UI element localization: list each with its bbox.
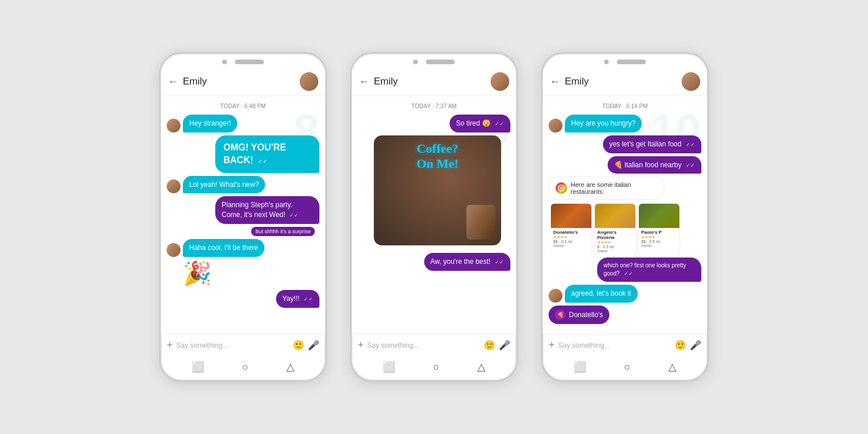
phone-1-top-bar [161, 54, 325, 68]
input-bar-3: + Say something... 🙂 🎤 [543, 334, 707, 356]
msg-row: which one? first one looks pretty good? … [549, 258, 701, 282]
rest-stars-3: ★★★★ [641, 235, 677, 240]
restaurant-card-2[interactable]: Angelo's Pizzeria ★★★★ $ · 0.3 mi Italia… [595, 204, 635, 255]
chat-area-3: 10 TODAY · 6:14 PM Hey are you hungry? y… [543, 96, 707, 334]
nav-triangle-3[interactable]: △ [668, 361, 676, 373]
msg-avatar [167, 243, 181, 257]
assistant-bubble: Here are some italian restaurants: [549, 176, 664, 200]
bubble-sent: So tired 😴 ✓✓ [450, 115, 510, 133]
msg-avatar [167, 179, 181, 193]
note-bubble: But shhhh it's a surprise [251, 227, 315, 236]
contact-name-3: Emily [565, 76, 682, 87]
rest-name-1: Donatello's [553, 230, 589, 235]
app-header-3: ← Emily [543, 68, 707, 96]
mic-button-3[interactable]: 🎤 [690, 340, 701, 351]
say-something-2[interactable]: Say something... [367, 341, 480, 350]
msg-row: So tired 😴 ✓✓ [358, 115, 510, 133]
nav-bar-2: ⬜ ○ △ [352, 356, 516, 380]
coffee-image-bubble: Coffee?On Me! [374, 135, 501, 245]
bubble-received: agreed, let's book it [565, 285, 638, 303]
nav-square-3[interactable]: ⬜ [573, 361, 586, 373]
nav-triangle-2[interactable]: △ [477, 361, 486, 373]
rest-name-3: Paolo's P [641, 230, 677, 235]
phone-3-wrapper: ← Emily 10 TODAY · 6:14 PM Hey are you h… [541, 52, 709, 382]
back-arrow-3[interactable]: ← [550, 76, 560, 88]
check-mark: ✓✓ [686, 163, 695, 168]
camera-dot [222, 60, 227, 64]
msg-row-donatello: 🍕 Donatello's [549, 306, 701, 324]
donatello-bubble: 🍕 Donatello's [549, 306, 609, 324]
chat-area-2: 9 TODAY · 7:37 AM So tired 😴 ✓✓ Coffee?O… [352, 96, 516, 334]
contact-name-1: Emily [183, 76, 300, 87]
msg-row: 🍕 Italian food nearby ✓✓ [549, 156, 701, 174]
add-button-3[interactable]: + [549, 339, 555, 351]
nav-triangle-1[interactable]: △ [286, 361, 295, 373]
phone-2-wrapper: ← Emily 9 TODAY · 7:37 AM So tired 😴 ✓✓ … [350, 52, 518, 382]
input-bar-2: + Say something... 🙂 🎤 [352, 334, 516, 356]
rest-detail-1: $$ · 0.1 mi [553, 240, 589, 244]
say-something-3[interactable]: Say something... [558, 341, 671, 350]
donatello-text: Donatello's [569, 311, 603, 319]
phone-3: ← Emily 10 TODAY · 6:14 PM Hey are you h… [541, 52, 709, 382]
phone-2: ← Emily 9 TODAY · 7:37 AM So tired 😴 ✓✓ … [350, 52, 518, 382]
check-mark: ✓✓ [304, 296, 313, 302]
input-bar-1: + Say something... 🙂 🎤 [161, 334, 325, 356]
emoji-button-3[interactable]: 🙂 [675, 340, 686, 351]
nav-circle-3[interactable]: ○ [624, 361, 631, 373]
bubble-sent: Planning Steph's party. Come, it's next … [215, 196, 319, 224]
speaker-2 [426, 60, 455, 64]
bubble-received: Haha cool, I'll be there [183, 239, 264, 257]
avatar-img-3 [682, 72, 700, 91]
say-something-1[interactable]: Say something... [176, 341, 289, 350]
donatello-icon: 🍕 [555, 310, 565, 320]
nav-square-1[interactable]: ⬜ [192, 361, 204, 373]
rest-type-2: Italian [597, 249, 633, 253]
assistant-text: Here are some italian restaurants: [571, 181, 657, 195]
nav-bar-3: ⬜ ○ △ [543, 356, 707, 380]
check-mark: ✓✓ [624, 271, 633, 277]
add-button-2[interactable]: + [358, 339, 364, 351]
add-button-1[interactable]: + [167, 339, 173, 351]
rest-detail-2: $ · 0.3 mi [597, 245, 633, 249]
msg-row-assistant: Here are some italian restaurants: [549, 176, 701, 200]
phone-3-top-bar [543, 54, 707, 68]
back-arrow[interactable]: ← [168, 76, 178, 88]
rest-detail-3: $$ · 0.5 mi [641, 240, 677, 244]
restaurant-card-1[interactable]: Donatello's ★★★★ $$ · 0.1 mi Italian [551, 204, 591, 255]
chat-area-1: 8 TODAY · 6:48 PM Hey stranger! OMG! YOU… [161, 96, 325, 334]
check-mark: ✓✓ [258, 159, 267, 164]
bubble-sent: which one? first one looks pretty good? … [597, 258, 701, 282]
check-mark: ✓✓ [495, 121, 504, 127]
mic-button-1[interactable]: 🎤 [308, 340, 319, 351]
bubble-received: Hey stranger! [183, 115, 237, 133]
phone-2-top-bar [352, 54, 516, 68]
restaurant-card-3[interactable]: Paolo's P ★★★★ $$ · 0.5 mi Italian [639, 204, 679, 255]
rest-info-2: Angelo's Pizzeria ★★★★ $ · 0.3 mi Italia… [595, 228, 635, 255]
msg-row: Planning Steph's party. Come, it's next … [167, 196, 319, 224]
mic-button-2[interactable]: 🎤 [499, 340, 510, 351]
handwritten-text: Coffee?On Me! [374, 135, 501, 178]
app-header-2: ← Emily [352, 68, 516, 96]
emoji-button-2[interactable]: 🙂 [484, 340, 495, 351]
rest-info-1: Donatello's ★★★★ $$ · 0.1 mi Italian [551, 228, 591, 249]
nav-circle-1[interactable]: ○ [242, 361, 249, 373]
bubble-sent: yes let's get Italian food ✓✓ [603, 135, 701, 153]
bubble-sent: Yay!!! ✓✓ [276, 290, 319, 308]
assistant-icon [556, 182, 567, 194]
emoji-button-1[interactable]: 🙂 [293, 340, 304, 351]
msg-avatar-3 [549, 119, 562, 133]
nav-circle-2[interactable]: ○ [433, 361, 440, 373]
emoji-bubble: 🎉 [183, 260, 319, 287]
msg-row: Yay!!! ✓✓ [167, 290, 319, 308]
svg-point-1 [560, 187, 562, 189]
contact-avatar-1 [300, 72, 318, 91]
check-mark: ✓✓ [289, 212, 299, 218]
msg-row: agreed, let's book it [549, 285, 701, 303]
nav-square-2[interactable]: ⬜ [382, 361, 395, 373]
msg-row: OMG! YOU'RE BACK! ✓✓ [167, 135, 319, 173]
contact-avatar-3 [682, 72, 700, 91]
bubble-received: Hey are you hungry? [565, 115, 642, 133]
back-arrow-2[interactable]: ← [359, 76, 369, 88]
avatar-img-1 [300, 72, 318, 91]
bubble-sent-icon: 🍕 Italian food nearby ✓✓ [608, 156, 701, 174]
